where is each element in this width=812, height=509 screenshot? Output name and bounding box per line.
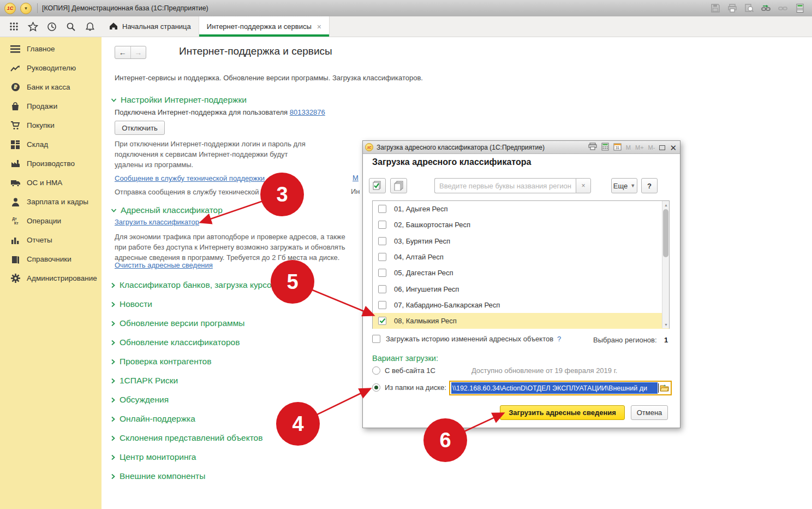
history-icon[interactable]	[45, 20, 59, 34]
dialog-calculator-icon[interactable]	[601, 143, 609, 153]
section-discussions[interactable]: Обсуждения	[111, 395, 169, 405]
dialog-close-icon[interactable]: ✕	[670, 144, 677, 152]
favorites-star-icon[interactable]	[26, 20, 40, 34]
memory-subtract-button[interactable]: M-	[648, 144, 655, 151]
cart-icon	[10, 121, 21, 130]
memory-add-button[interactable]: M+	[635, 144, 644, 151]
load-classifier-link[interactable]: Загрузить классификатор	[115, 218, 199, 226]
sidebar-item-main[interactable]: Главное	[0, 39, 101, 58]
region-checkbox-checked[interactable]	[378, 317, 386, 325]
region-checkbox[interactable]	[378, 301, 386, 309]
sidebar-item-production[interactable]: Производство	[0, 154, 101, 173]
section-1spark[interactable]: 1СПАРК Риски	[111, 376, 178, 386]
user-id-link[interactable]: 801332876	[290, 108, 325, 116]
sidebar-item-salary[interactable]: Зарплата и кадры	[0, 192, 101, 211]
sidebar-item-warehouse[interactable]: Склад	[0, 135, 101, 154]
hidden-link-fragment[interactable]: М	[353, 174, 359, 182]
main-menu-button[interactable]: ▼	[20, 3, 32, 14]
section-monitoring-center[interactable]: Центр мониторинга	[111, 452, 196, 462]
section-address-classifier[interactable]: Адресный классификатор	[111, 205, 223, 215]
memory-recall-button[interactable]: M	[626, 144, 631, 151]
region-row[interactable]: 04, Алтай Респ	[373, 249, 669, 265]
sidebar-item-bank[interactable]: ₽ Банк и касса	[0, 78, 101, 97]
section-news[interactable]: Новости	[111, 299, 152, 309]
web-site-radio[interactable]	[372, 366, 380, 375]
help-button[interactable]: ?	[641, 178, 658, 193]
add-link-icon[interactable]	[760, 2, 773, 15]
sidebar-item-administration[interactable]: Администрирование	[0, 269, 101, 288]
clear-address-link[interactable]: Очистить адресные сведения	[115, 261, 213, 269]
section-online-support[interactable]: Онлайн-поддержка	[111, 414, 195, 424]
sidebar-item-sales[interactable]: Продажи	[0, 97, 101, 116]
dialog-titlebar[interactable]: 1С Загрузка адресного классификатора (1С…	[363, 141, 680, 154]
sidebar-item-operations[interactable]: Дт Кт Операции	[0, 211, 101, 230]
dialog-print-icon[interactable]	[588, 143, 597, 152]
tab-internet-support[interactable]: Интернет-поддержка и сервисы ×	[199, 16, 330, 37]
support-message-link[interactable]: Сообщение в службу технической поддержки	[115, 174, 265, 182]
tab-home[interactable]: Начальная страница	[101, 16, 199, 37]
window-title: [КОПИЯ] Демонстрационная база (1С:Предпр…	[42, 4, 208, 12]
more-button[interactable]: Еще▼	[611, 178, 637, 193]
region-row[interactable]: 03, Бурятия Респ	[373, 233, 669, 249]
load-address-data-button[interactable]: Загрузить адресные сведения	[500, 405, 625, 420]
sidebar-item-reports[interactable]: Отчеты	[0, 230, 101, 250]
folder-path-field[interactable]: \\192.168.60.34\ActionD\ОТДЕЛ ЭКСПЛУАТАЦ…	[449, 381, 672, 395]
scroll-up-icon[interactable]: ▲	[662, 201, 670, 209]
forward-button[interactable]: →	[131, 46, 146, 58]
region-checkbox[interactable]	[378, 253, 386, 261]
region-checkbox[interactable]	[378, 205, 386, 213]
disk-folder-radio[interactable]	[372, 383, 380, 392]
save-icon[interactable]	[709, 2, 722, 15]
scroll-down-icon[interactable]: ▼	[662, 321, 670, 328]
section-bank-classifier[interactable]: Классификатор банков, загрузка курсо	[111, 280, 272, 290]
selected-regions-count: 1	[664, 336, 668, 344]
disk-folder-radio-label: Из папки на диске:	[385, 383, 446, 392]
region-row[interactable]: 05, Дагестан Респ	[373, 265, 669, 281]
sidebar-item-manager[interactable]: Руководителю	[0, 58, 101, 78]
maximize-icon[interactable]	[659, 145, 665, 150]
sidebar-item-purchases[interactable]: Покупки	[0, 116, 101, 135]
region-row[interactable]: 07, Кабардино-Балкарская Респ	[373, 297, 669, 313]
region-row-selected[interactable]: 08, Калмыкия Респ	[373, 313, 669, 329]
section-counterparty-check[interactable]: Проверка контрагентов	[111, 357, 211, 366]
history-help-link[interactable]: ?	[557, 335, 561, 343]
search-icon[interactable]	[64, 20, 78, 34]
search-clear-button[interactable]: ×	[576, 178, 591, 193]
scroll-thumb[interactable]	[663, 209, 668, 257]
sidebar: Главное Руководителю ₽ Банк и касса Прод…	[0, 37, 101, 509]
region-checkbox[interactable]	[378, 221, 386, 229]
sidebar-item-references[interactable]: Справочники	[0, 250, 101, 269]
section-declensions[interactable]: Склонения представлений объектов	[111, 433, 262, 443]
print-icon[interactable]	[726, 2, 739, 15]
dialog-calendar-icon[interactable]: 31	[613, 143, 622, 153]
cancel-button[interactable]: Отмена	[631, 405, 668, 420]
region-row[interactable]: 06, Ингушетия Респ	[373, 281, 669, 297]
check-all-button[interactable]	[369, 178, 386, 193]
section-internet-support[interactable]: Настройки Интернет-поддержки	[111, 95, 247, 105]
sidebar-item-os-nma[interactable]: ОС и НМА	[0, 173, 101, 192]
print-preview-icon[interactable]	[743, 2, 756, 15]
section-external-components[interactable]: Внешние компоненты	[111, 471, 205, 481]
list-scrollbar[interactable]: ▲ ▼	[662, 201, 669, 328]
uncheck-all-button[interactable]	[390, 178, 407, 193]
history-nav: ← →	[115, 46, 146, 59]
folder-open-icon[interactable]	[659, 382, 671, 394]
person-icon	[10, 198, 21, 206]
link-icon[interactable]	[777, 2, 790, 15]
region-row[interactable]: 02, Башкортостан Респ	[373, 217, 669, 233]
section-version-update[interactable]: Обновление версии программы	[111, 318, 244, 328]
history-checkbox[interactable]	[372, 335, 380, 343]
apps-grid-icon[interactable]	[7, 20, 21, 34]
region-checkbox[interactable]	[378, 269, 386, 277]
section-classifier-update[interactable]: Обновление классификаторов	[111, 338, 240, 347]
region-checkbox[interactable]	[378, 285, 386, 293]
region-checkbox[interactable]	[378, 237, 386, 245]
notifications-bell-icon[interactable]	[83, 20, 97, 34]
calculator-icon[interactable]	[793, 2, 807, 15]
region-row[interactable]: 01, Адыгея Респ	[373, 201, 669, 217]
disconnect-button[interactable]: Отключить	[115, 121, 165, 135]
region-search-input[interactable]	[434, 178, 576, 193]
tab-close-icon[interactable]: ×	[317, 23, 321, 31]
gear-icon	[10, 274, 21, 283]
back-button[interactable]: ←	[115, 46, 131, 58]
